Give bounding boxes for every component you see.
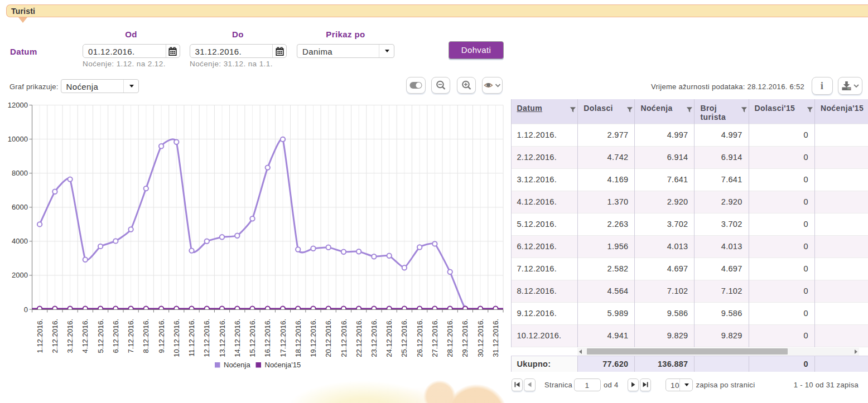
svg-text:23.12.2016.: 23.12.2016. — [370, 319, 378, 357]
svg-text:2.12.2016.: 2.12.2016. — [51, 319, 59, 353]
svg-text:26.12.2016.: 26.12.2016. — [416, 319, 424, 357]
svg-text:13.12.2016.: 13.12.2016. — [218, 319, 226, 357]
svg-text:30.12.2016.: 30.12.2016. — [476, 319, 485, 357]
svg-text:Noćenja'15: Noćenja'15 — [265, 361, 301, 369]
svg-text:22.12.2016.: 22.12.2016. — [355, 319, 363, 357]
svg-text:31.12.2016.: 31.12.2016. — [491, 319, 500, 357]
svg-text:3.12.2016.: 3.12.2016. — [66, 319, 74, 353]
svg-text:0: 0 — [24, 305, 28, 314]
svg-text:14.12.2016.: 14.12.2016. — [233, 319, 242, 357]
svg-text:Noćenja: Noćenja — [224, 361, 250, 369]
svg-text:21.12.2016.: 21.12.2016. — [340, 319, 348, 357]
svg-text:8000: 8000 — [12, 169, 28, 177]
svg-text:20.12.2016.: 20.12.2016. — [324, 319, 332, 357]
svg-text:24.12.2016.: 24.12.2016. — [385, 319, 393, 357]
svg-text:5.12.2016.: 5.12.2016. — [97, 319, 105, 353]
svg-text:16.12.2016.: 16.12.2016. — [263, 319, 272, 357]
svg-text:19.12.2016.: 19.12.2016. — [309, 319, 317, 357]
svg-text:1.12.2016.: 1.12.2016. — [36, 319, 44, 353]
svg-text:4000: 4000 — [12, 237, 28, 245]
svg-text:7.12.2016.: 7.12.2016. — [127, 319, 135, 353]
svg-text:11.12.2016.: 11.12.2016. — [187, 319, 196, 357]
svg-text:6000: 6000 — [12, 203, 28, 211]
svg-text:9.12.2016.: 9.12.2016. — [157, 319, 166, 353]
svg-text:27.12.2016.: 27.12.2016. — [431, 319, 439, 357]
svg-text:28.12.2016.: 28.12.2016. — [446, 319, 454, 357]
svg-text:12000: 12000 — [8, 101, 28, 109]
svg-text:15.12.2016.: 15.12.2016. — [248, 319, 257, 357]
svg-text:17.12.2016.: 17.12.2016. — [279, 319, 287, 357]
svg-text:12.12.2016.: 12.12.2016. — [202, 319, 211, 357]
svg-text:10000: 10000 — [8, 135, 28, 143]
svg-text:2000: 2000 — [12, 271, 28, 279]
svg-text:25.12.2016.: 25.12.2016. — [400, 319, 408, 357]
svg-text:4.12.2016.: 4.12.2016. — [81, 319, 89, 353]
svg-text:18.12.2016.: 18.12.2016. — [294, 319, 302, 357]
svg-text:10.12.2016.: 10.12.2016. — [172, 319, 181, 357]
svg-text:29.12.2016.: 29.12.2016. — [461, 319, 469, 357]
svg-text:6.12.2016.: 6.12.2016. — [112, 319, 120, 353]
svg-text:8.12.2016.: 8.12.2016. — [142, 319, 150, 353]
